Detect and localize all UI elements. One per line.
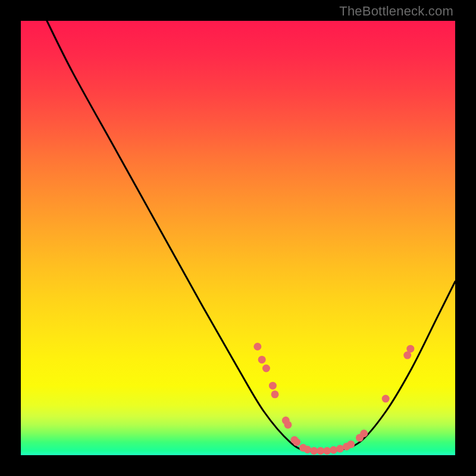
bottleneck-curve (47, 21, 455, 452)
data-dot (382, 395, 390, 403)
data-dot (303, 446, 311, 453)
data-dot (330, 446, 337, 454)
data-dot (347, 440, 355, 448)
data-dot (271, 390, 279, 398)
data-dots (253, 343, 414, 455)
chart-overlay (21, 21, 455, 455)
data-dot (406, 345, 414, 353)
plot-area (21, 21, 455, 455)
data-dot (258, 356, 266, 364)
data-dot (284, 421, 292, 428)
data-dot (293, 439, 300, 446)
data-dot (269, 382, 277, 390)
chart-stage: TheBottleneck.com (0, 0, 476, 476)
data-dot (253, 343, 261, 350)
watermark-text: TheBottleneck.com (339, 4, 453, 19)
data-dot (262, 365, 270, 372)
data-dot (323, 447, 331, 455)
data-dot (360, 430, 368, 437)
